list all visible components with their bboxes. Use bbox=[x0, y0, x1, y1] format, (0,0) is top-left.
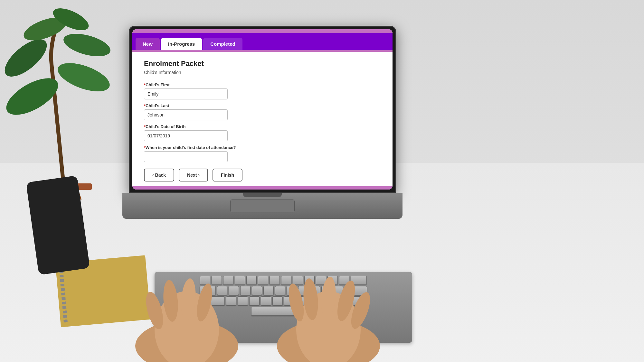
key[interactable] bbox=[296, 296, 306, 305]
key[interactable] bbox=[330, 296, 341, 305]
finish-button[interactable]: Finish bbox=[213, 169, 242, 181]
button-row: ‹ Back Next › Finish bbox=[144, 169, 381, 181]
key[interactable] bbox=[307, 296, 317, 305]
top-accent-bar bbox=[132, 29, 393, 33]
form-area: Enrolment Packet Child's Information *Ch… bbox=[132, 52, 393, 186]
key[interactable] bbox=[351, 276, 367, 285]
key[interactable] bbox=[304, 276, 315, 285]
notebook-spiral bbox=[59, 266, 68, 324]
key[interactable] bbox=[270, 276, 280, 285]
key[interactable] bbox=[275, 286, 285, 295]
key-row-4 bbox=[158, 307, 409, 316]
key[interactable] bbox=[202, 296, 225, 305]
key[interactable] bbox=[240, 286, 251, 295]
form-title: Enrolment Packet bbox=[144, 60, 381, 68]
first-attendance-group: *When is your child's first date of atte… bbox=[144, 145, 381, 162]
child-dob-input[interactable] bbox=[144, 130, 228, 141]
first-attendance-input[interactable] bbox=[144, 151, 228, 162]
key[interactable] bbox=[249, 296, 260, 305]
key[interactable] bbox=[226, 296, 236, 305]
key[interactable] bbox=[272, 296, 283, 305]
key[interactable] bbox=[316, 276, 326, 285]
laptop: New In-Progress Completed Enrolment Pack… bbox=[122, 26, 402, 219]
laptop-hinge bbox=[243, 193, 282, 197]
spacebar[interactable] bbox=[251, 307, 316, 316]
key[interactable] bbox=[263, 286, 274, 295]
keyboard-rows bbox=[155, 272, 412, 321]
key[interactable] bbox=[293, 276, 303, 285]
key-row-3 bbox=[158, 296, 409, 305]
key[interactable] bbox=[238, 296, 248, 305]
key[interactable] bbox=[321, 286, 332, 295]
first-attendance-label: *When is your child's first date of atte… bbox=[144, 145, 381, 150]
footer-accent-bar bbox=[132, 186, 393, 190]
child-last-group: *Child's Last bbox=[144, 103, 381, 120]
next-button[interactable]: Next › bbox=[179, 169, 208, 181]
key[interactable] bbox=[258, 276, 268, 285]
child-first-input[interactable] bbox=[144, 88, 228, 99]
key[interactable] bbox=[287, 286, 297, 295]
tab-inprogress[interactable]: In-Progress bbox=[161, 38, 202, 50]
key[interactable] bbox=[235, 276, 245, 285]
key[interactable] bbox=[200, 286, 216, 295]
key[interactable] bbox=[319, 296, 329, 305]
screen-content: New In-Progress Completed Enrolment Pack… bbox=[132, 29, 393, 190]
key[interactable] bbox=[217, 286, 227, 295]
keyboard bbox=[155, 272, 412, 343]
key[interactable] bbox=[342, 296, 365, 305]
back-button[interactable]: ‹ Back bbox=[144, 169, 174, 181]
key-row-2 bbox=[158, 286, 409, 295]
tab-bar: New In-Progress Completed bbox=[132, 33, 393, 50]
key[interactable] bbox=[310, 286, 320, 295]
laptop-screen: New In-Progress Completed Enrolment Pack… bbox=[129, 26, 396, 193]
screen-bezel: New In-Progress Completed Enrolment Pack… bbox=[132, 29, 393, 190]
child-last-label: *Child's Last bbox=[144, 103, 381, 108]
key[interactable] bbox=[333, 286, 343, 295]
scene: New In-Progress Completed Enrolment Pack… bbox=[0, 0, 644, 362]
key[interactable] bbox=[212, 276, 222, 285]
laptop-trackpad[interactable] bbox=[230, 200, 295, 212]
child-first-group: *Child's First bbox=[144, 82, 381, 99]
key[interactable] bbox=[252, 286, 262, 295]
app-container: New In-Progress Completed Enrolment Pack… bbox=[132, 29, 393, 190]
child-first-label: *Child's First bbox=[144, 82, 381, 87]
section-title: Child's Information bbox=[144, 70, 381, 77]
key[interactable] bbox=[339, 276, 349, 285]
key[interactable] bbox=[298, 286, 308, 295]
key[interactable] bbox=[345, 286, 367, 295]
key[interactable] bbox=[281, 276, 291, 285]
key[interactable] bbox=[246, 276, 257, 285]
key[interactable] bbox=[327, 276, 338, 285]
child-last-input[interactable] bbox=[144, 109, 228, 120]
child-dob-group: *Child's Date of Birth bbox=[144, 124, 381, 141]
key[interactable] bbox=[223, 276, 233, 285]
tab-new[interactable]: New bbox=[136, 38, 160, 50]
laptop-base bbox=[122, 193, 402, 219]
key[interactable] bbox=[229, 286, 239, 295]
key-row-1 bbox=[158, 276, 409, 285]
key[interactable] bbox=[284, 296, 294, 305]
tab-completed[interactable]: Completed bbox=[203, 38, 242, 50]
key[interactable] bbox=[200, 276, 210, 285]
key[interactable] bbox=[261, 296, 271, 305]
child-dob-label: *Child's Date of Birth bbox=[144, 124, 381, 129]
